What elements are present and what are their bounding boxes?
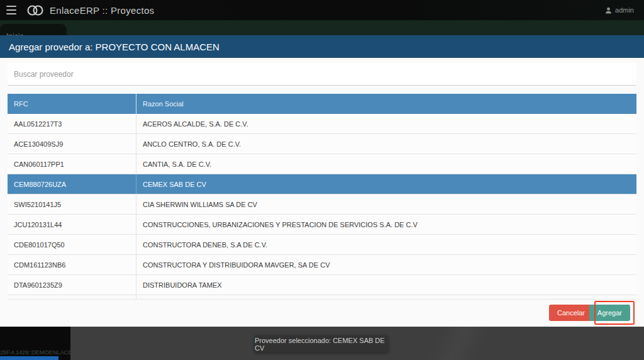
version-box: 25F.4.1429::DEMOENLACE: [0, 327, 70, 360]
search-field-wrap: [8, 63, 636, 86]
toast-notification: Proveedor seleccionado: CEMEX SAB DE CV: [255, 335, 388, 352]
cell-razon-social: DISTRIBUIDORA TAMEX: [136, 275, 636, 295]
user-name: admin: [615, 6, 634, 14]
bottom-blue-strip: [0, 356, 58, 360]
cell-rfc: CDE801017Q50: [8, 235, 136, 254]
cell-razon-social: ANCLO CENTRO, S.A. DE C.V.: [136, 134, 636, 154]
cell-razon-social: CIA SHERWIN WILLIAMS SA DE CV: [136, 194, 636, 214]
modal-title: Agregar provedor a: PROYECTO CON ALMACEN: [9, 42, 219, 52]
person-icon: [605, 7, 612, 14]
table-body: AAL0512217T3ACEROS ALCALDE, S.A. DE C.V.…: [8, 114, 636, 295]
column-header-rfc: RFC: [8, 94, 136, 114]
cell-razon-social: CEMEX SAB DE CV: [136, 174, 636, 194]
table-row[interactable]: ACE130409SJ9ANCLO CENTRO, S.A. DE C.V.: [8, 134, 636, 154]
cell-rfc: SWI5210141J5: [8, 194, 136, 214]
screen: EnlaceERP :: Proyectos admin Inicio Agre…: [0, 0, 644, 360]
search-input[interactable]: [8, 63, 636, 85]
modal-body: RFC Razon Social AAL0512217T3ACEROS ALCA…: [0, 58, 644, 327]
cell-rfc: AAL0512217T3: [8, 114, 136, 133]
table-row[interactable]: JCU120131L44CONSTRUCCIONES, URBANIZACION…: [8, 215, 636, 235]
cancel-button[interactable]: Cancelar: [549, 305, 593, 321]
cell-rfc: CAN060117PP1: [8, 154, 136, 174]
cell-razon-social: ACEROS ALCALDE, S.A. DE C.V.: [136, 114, 636, 133]
column-header-razon-social: Razon Social: [136, 94, 636, 114]
cell-rfc: JCU120131L44: [8, 215, 136, 234]
table-row[interactable]: CDE801017Q50CONSTRUCTORA DENEB, S.A DE C…: [8, 235, 636, 255]
hamburger-menu-icon[interactable]: [6, 6, 18, 14]
table-row[interactable]: AAL0512217T3ACEROS ALCALDE, S.A. DE C.V.: [8, 114, 636, 134]
cell-rfc: ACE130409SJ9: [8, 134, 136, 154]
table-row[interactable]: DTA9601235Z9DISTRIBUIDORA TAMEX: [8, 275, 636, 295]
toast-text: Proveedor seleccionado: CEMEX SAB DE CV: [255, 337, 388, 352]
user-menu[interactable]: admin: [605, 0, 634, 20]
table-row-partial: [8, 295, 636, 300]
table-row[interactable]: CDM161123NB6CONSTRUCTORA Y DISTRIBUIDORA…: [8, 255, 636, 275]
cell-razon-social: CONSTRUCCIONES, URBANIZACIONES Y PRESTAC…: [136, 215, 636, 234]
app-bar: EnlaceERP :: Proyectos admin: [0, 0, 644, 20]
cell-razon-social: CANTIA, S.A. DE C.V.: [136, 154, 636, 174]
cell-rfc: CEM880726UZA: [8, 174, 136, 194]
cell-razon-social: CONSTRUCTORA Y DISTRIBUIDORA MAVGER, SA …: [136, 255, 636, 274]
footer-streak: [402, 327, 516, 360]
table-row[interactable]: CAN060117PP1CANTIA, S.A. DE C.V.: [8, 154, 636, 174]
modal-header: Agregar provedor a: PROYECTO CON ALMACEN: [0, 35, 644, 58]
table-header-row: RFC Razon Social: [8, 94, 636, 114]
add-button[interactable]: Agregar: [589, 305, 630, 321]
providers-table: RFC Razon Social AAL0512217T3ACEROS ALCA…: [8, 94, 636, 300]
table-row-selected[interactable]: CEM880726UZACEMEX SAB DE CV: [8, 174, 636, 194]
table-row[interactable]: SWI5210141J5CIA SHERWIN WILLIAMS SA DE C…: [8, 194, 636, 215]
cell-razon-social: CONSTRUCTORA DENEB, S.A DE C.V.: [136, 235, 636, 254]
nav-band: Inicio: [0, 20, 644, 35]
enlace-logo-icon: [26, 4, 44, 17]
version-label: 25F.4.1429::DEMOENLACE: [0, 349, 70, 356]
app-title: EnlaceERP :: Proyectos: [50, 5, 154, 16]
cell-rfc: DTA9601235Z9: [8, 275, 136, 295]
cell-rfc: CDM161123NB6: [8, 255, 136, 274]
